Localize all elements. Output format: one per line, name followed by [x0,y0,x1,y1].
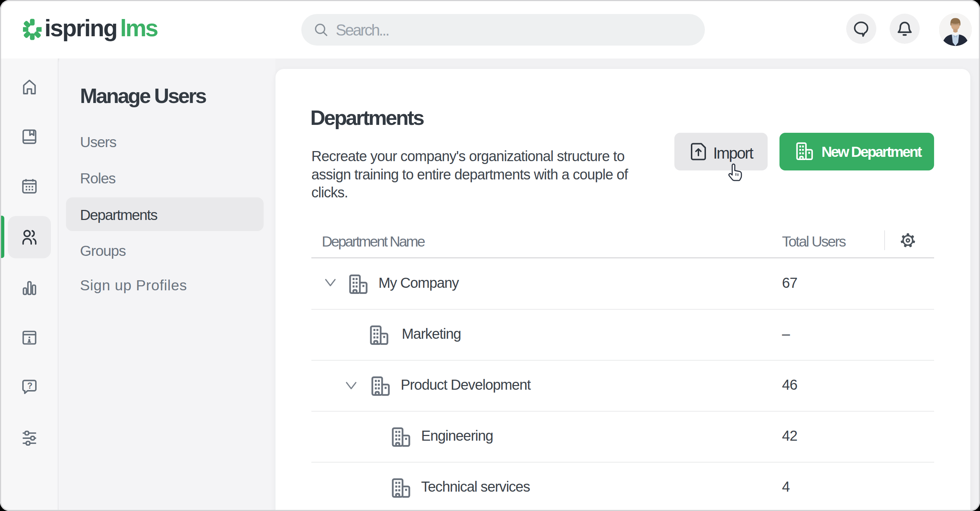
svg-text:?: ? [27,381,33,390]
